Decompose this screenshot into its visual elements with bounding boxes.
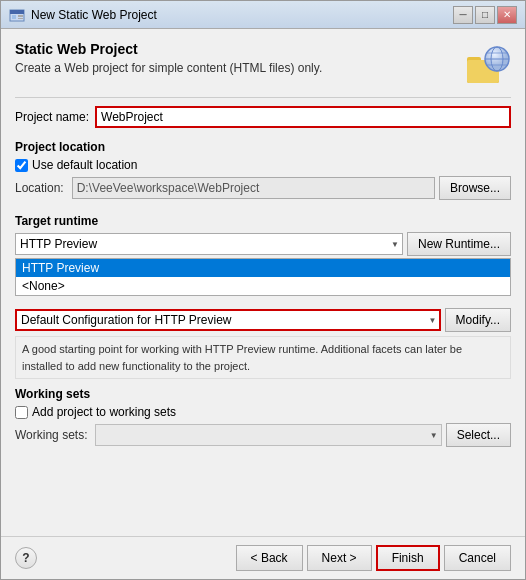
new-runtime-button[interactable]: New Runtime... [407,232,511,256]
location-input[interactable] [72,177,435,199]
maximize-button[interactable]: □ [475,6,495,24]
help-button[interactable]: ? [15,547,37,569]
working-sets-input-row: Working sets: Select... [15,423,511,447]
footer-left: ? [15,547,37,569]
use-default-location-checkbox[interactable] [15,159,28,172]
svg-rect-3 [18,15,23,17]
dialog-footer: ? < Back Next > Finish Cancel [1,536,525,579]
page-header: Static Web Project Create a Web project … [15,41,511,89]
runtime-select-row: HTTP Preview New Runtime... [15,232,511,256]
working-sets-label: Working sets [15,387,511,401]
working-sets-select[interactable] [95,424,441,446]
cancel-button[interactable]: Cancel [444,545,511,571]
svg-rect-4 [18,18,23,19]
dialog-window: New Static Web Project ─ □ ✕ Static Web … [0,0,526,580]
page-subtitle: Create a Web project for simple content … [15,61,463,75]
minimize-button[interactable]: ─ [453,6,473,24]
working-sets-field-label: Working sets: [15,428,87,442]
page-title: Static Web Project [15,41,463,57]
titlebar: New Static Web Project ─ □ ✕ [1,1,525,29]
modify-button[interactable]: Modify... [445,308,511,332]
titlebar-left: New Static Web Project [9,7,157,23]
target-runtime-label: Target runtime [15,214,511,228]
window-icon [9,7,25,23]
back-button[interactable]: < Back [236,545,303,571]
location-label: Location: [15,181,64,195]
project-name-row: Project name: [15,106,511,128]
titlebar-title: New Static Web Project [31,8,157,22]
footer-right: < Back Next > Finish Cancel [236,545,511,571]
main-content: Static Web Project Create a Web project … [1,29,525,536]
close-button[interactable]: ✕ [497,6,517,24]
runtime-option-none[interactable]: <None> [16,277,510,295]
config-select[interactable]: Default Configuration for HTTP Preview [15,309,441,331]
header-separator [15,97,511,98]
titlebar-controls: ─ □ ✕ [453,6,517,24]
project-name-section: Project name: [15,106,511,132]
working-sets-section: Working sets Add project to working sets… [15,387,511,447]
runtime-select-wrapper: HTTP Preview [15,233,403,255]
add-to-working-sets-row: Add project to working sets [15,405,511,419]
select-working-sets-button[interactable]: Select... [446,423,511,447]
project-name-label: Project name: [15,110,89,124]
add-to-working-sets-label: Add project to working sets [32,405,176,419]
header-text: Static Web Project Create a Web project … [15,41,463,75]
target-runtime-section: Target runtime HTTP Preview New Runtime.… [15,214,511,298]
configuration-row: Default Configuration for HTTP Preview M… [15,308,511,332]
globe-icon [463,41,511,89]
next-button[interactable]: Next > [307,545,372,571]
runtime-option-http-preview[interactable]: HTTP Preview [16,259,510,277]
location-row: Location: Browse... [15,176,511,200]
project-name-input[interactable] [95,106,511,128]
working-sets-input-wrapper [95,424,441,446]
config-select-wrapper: Default Configuration for HTTP Preview [15,309,441,331]
use-default-location-label: Use default location [32,158,137,172]
project-location-label: Project location [15,140,511,154]
svg-rect-2 [12,15,16,19]
project-location-section: Project location Use default location Lo… [15,140,511,206]
configuration-description: A good starting point for working with H… [15,336,511,379]
runtime-dropdown-popup: HTTP Preview <None> [15,258,511,296]
add-to-working-sets-checkbox[interactable] [15,406,28,419]
finish-button[interactable]: Finish [376,545,440,571]
runtime-select[interactable]: HTTP Preview [15,233,403,255]
svg-rect-1 [10,10,24,14]
browse-button[interactable]: Browse... [439,176,511,200]
use-default-location-row: Use default location [15,158,511,172]
